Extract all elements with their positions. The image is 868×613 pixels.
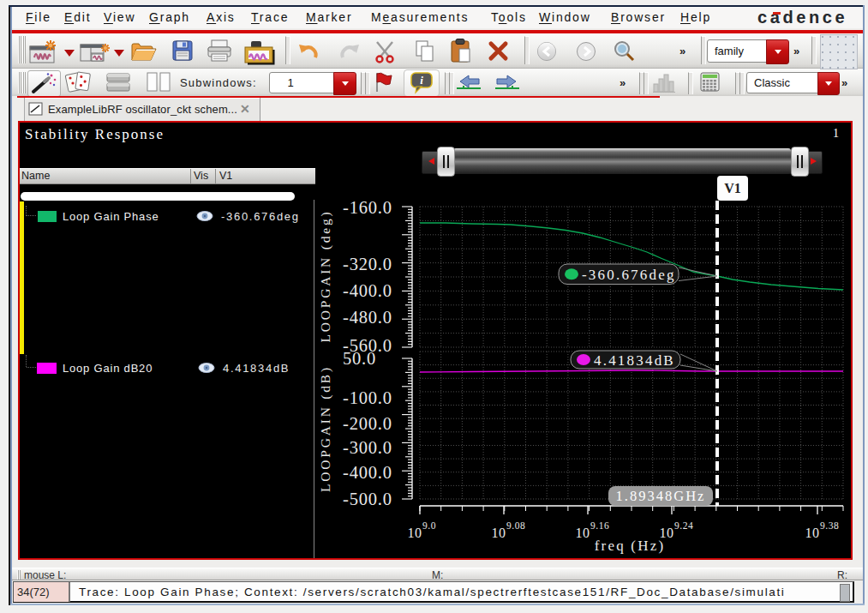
svg-text:-360.676deg: -360.676deg bbox=[582, 267, 676, 283]
svg-text:LOOPGAIN (deg): LOOPGAIN (deg) bbox=[318, 210, 333, 343]
svg-text:9.16: 9.16 bbox=[590, 520, 609, 531]
svg-text:-320.0: -320.0 bbox=[343, 255, 392, 273]
svg-text:-200.0: -200.0 bbox=[343, 414, 392, 433]
svg-text:-500.0: -500.0 bbox=[343, 490, 392, 508]
svg-text:4.41834dB: 4.41834dB bbox=[594, 352, 675, 369]
svg-text:i: i bbox=[420, 74, 423, 87]
svg-text:LOOPGAIN (dB): LOOPGAIN (dB) bbox=[318, 365, 333, 492]
svg-text:-100.0: -100.0 bbox=[343, 388, 392, 407]
svg-text:10: 10 bbox=[805, 526, 820, 540]
svg-text:1.89348GHz: 1.89348GHz bbox=[616, 488, 706, 504]
svg-text:9.24: 9.24 bbox=[674, 520, 693, 531]
svg-text:-480.0: -480.0 bbox=[343, 308, 392, 327]
svg-text:9.0: 9.0 bbox=[422, 520, 436, 531]
svg-text:10: 10 bbox=[576, 526, 590, 540]
svg-text:-300.0: -300.0 bbox=[343, 438, 392, 457]
svg-text:50.0: 50.0 bbox=[343, 349, 376, 368]
svg-text:10: 10 bbox=[408, 526, 422, 540]
svg-text:-400.0: -400.0 bbox=[343, 281, 392, 300]
svg-text:10: 10 bbox=[492, 526, 506, 540]
svg-text:-160.0: -160.0 bbox=[343, 198, 392, 217]
svg-text:9.08: 9.08 bbox=[506, 520, 525, 531]
svg-text:-400.0: -400.0 bbox=[343, 463, 392, 482]
svg-text:9.38: 9.38 bbox=[820, 520, 839, 531]
svg-text:freq (Hz): freq (Hz) bbox=[595, 538, 666, 554]
